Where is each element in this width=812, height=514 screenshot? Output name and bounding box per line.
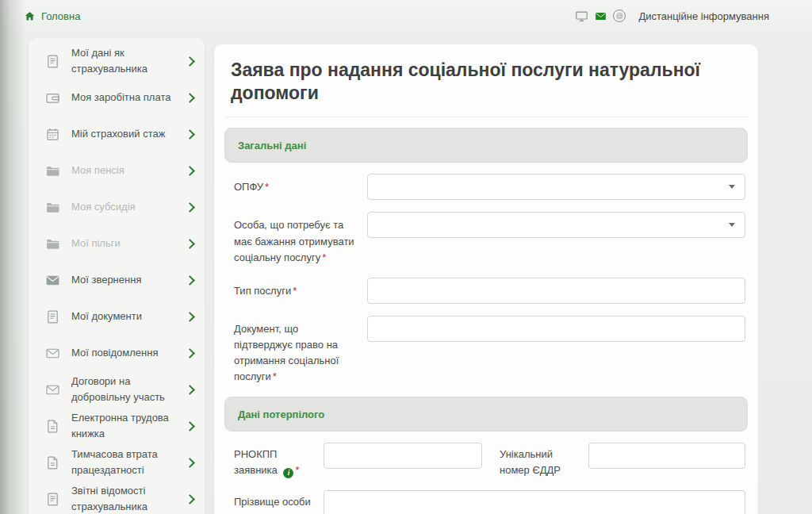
wallet-icon [44,90,61,106]
person-in-need-label-text: Особа, що потребує та має бажання отриму… [234,219,354,263]
book-icon [44,455,61,471]
service-type-input[interactable] [367,278,745,304]
surname-input[interactable] [324,490,745,514]
document-icon [44,309,61,325]
section-header-general[interactable]: Загальні дані [224,128,748,163]
chevron-right-icon [185,348,195,359]
info-icon[interactable]: i [283,468,293,478]
surname-label-text: Прізвище особи заявника [234,496,311,514]
eddr-input[interactable] [588,443,745,469]
form-row-rnokpp-eddr: РНОКПП заявника i* Унікальний номер ЄДДР [234,443,745,478]
form-row-person-in-need: Особа, що потребує та має бажання отриму… [234,212,745,265]
chevron-down-icon [729,223,735,227]
sidebar-item[interactable]: Звітні відомості страхувальника [29,481,205,514]
opfu-label: ОПФУ* [234,174,367,200]
envelope-outline-icon [44,382,61,398]
main-card: Заява про надання соціальної послуги нат… [214,44,758,514]
sidebar-item[interactable]: Мої звернення [29,262,205,298]
chevron-right-icon [185,202,195,213]
sidebar-item-label: Мої документи [71,309,174,324]
sidebar-item[interactable]: Мої повідомлення [29,335,205,371]
chevron-right-icon [185,421,195,432]
sidebar-item[interactable]: Моя пенсія [29,152,205,189]
document-icon [44,491,61,508]
person-in-need-required-mark: * [322,251,326,263]
sidebar-item-label: Тимчасова втрата працездатності [71,447,174,478]
sidebar-item[interactable]: Моя заробітна плата [29,79,205,116]
book-icon [44,418,61,435]
document-icon [44,53,61,70]
surname-label: Прізвище особи заявника* [234,490,324,514]
rnokpp-input[interactable] [324,443,482,469]
sidebar-item[interactable]: Моя субсидія [29,189,205,225]
chevron-right-icon [185,494,195,504]
home-label: Головна [41,10,80,22]
sidebar-item-label: Мої дані як страхувальника [71,45,174,77]
sidebar-menu: Мої дані як страхувальника Моя заробітна… [29,43,205,514]
chevron-right-icon [185,385,195,395]
calendar-icon [44,126,61,143]
home-link[interactable]: Головна [24,10,80,22]
confirm-document-label: Документ, що підтверджує право на отрима… [234,316,367,386]
sidebar-item-label: Договори на добровільну участь [71,374,174,405]
monitor-icon[interactable] [575,10,588,23]
confirm-document-input[interactable] [367,316,745,342]
chevron-right-icon [185,312,195,322]
envelope-icon[interactable] [594,10,607,23]
form-row-opfu: ОПФУ* [234,174,745,200]
form-row-confirm-document: Документ, що підтверджує право на отрима… [234,316,745,386]
folder-icon [44,163,61,179]
sidebar-item[interactable]: Мій страховий стаж [29,116,205,152]
rnokpp-label-text: РНОКПП заявника [234,448,278,476]
sidebar-item[interactable]: Мої документи [29,298,205,335]
opfu-required-mark: * [265,181,269,193]
envelope-filled-icon [44,272,61,289]
rnokpp-required-mark: * [295,464,299,476]
opfu-select[interactable] [367,174,745,200]
topbar-right: @ Дистанційне інформування [575,10,769,23]
sidebar-item-label: Мої звернення [71,272,174,288]
rnokpp-label: РНОКПП заявника i* [234,443,324,478]
sidebar-item-label: Моя заробітна плата [71,90,174,105]
title-block: Заява про надання соціальної послуги нат… [225,44,747,117]
chevron-right-icon [185,239,195,249]
section-header-victim-label: Дані потерпілого [238,409,324,420]
person-in-need-label: Особа, що потребує та має бажання отриму… [234,212,367,265]
chevron-down-icon [729,185,735,189]
chevron-right-icon [185,56,195,67]
eddr-label: Унікальний номер ЄДДР [482,443,588,478]
confirm-document-label-text: Документ, що підтверджує право на отрима… [234,323,339,382]
at-icon[interactable]: @ [613,10,626,22]
chevron-right-icon [185,129,195,140]
envelope-outline-icon [44,345,61,362]
service-type-label-text: Тип послуги [234,285,291,297]
sidebar-item-label: Моя пенсія [71,163,174,178]
folder-icon [44,236,61,252]
sidebar-item[interactable]: Тимчасова втрата працездатності [29,444,205,481]
folder-icon [44,199,61,216]
service-type-label: Тип послуги* [234,278,367,304]
sidebar-item-label: Електронна трудова книжка [71,410,174,442]
chevron-right-icon [185,275,195,286]
sidebar-item-label: Звітні відомості страхувальника [71,483,174,514]
home-icon [24,10,36,22]
form-row-service-type: Тип послуги* [234,278,745,304]
sidebar-item[interactable]: Електронна трудова книжка [29,408,205,444]
sidebar-item[interactable]: Мої пільги [29,225,205,262]
sidebar: Мої дані як страхувальника Моя заробітна… [29,38,205,514]
chevron-right-icon [185,93,195,103]
sidebar-item[interactable]: Договори на добровільну участь [29,371,205,408]
form-row-surname: Прізвище особи заявника* [234,490,745,514]
remote-info-label[interactable]: Дистанційне інформування [638,10,769,22]
surname-required-mark: * [279,512,283,514]
sidebar-item-label: Моя субсидія [71,199,174,215]
section-header-general-label: Загальні дані [238,140,306,152]
section-header-victim[interactable]: Дані потерпілого [224,397,748,432]
eddr-label-text: Унікальний номер ЄДДР [500,448,561,476]
sidebar-item-label: Мої повідомлення [71,345,174,361]
person-in-need-select[interactable] [367,212,745,238]
opfu-label-text: ОПФУ [234,181,263,193]
chevron-right-icon [185,166,195,176]
sidebar-item[interactable]: Мої дані як страхувальника [29,43,205,79]
chevron-right-icon [185,458,195,468]
